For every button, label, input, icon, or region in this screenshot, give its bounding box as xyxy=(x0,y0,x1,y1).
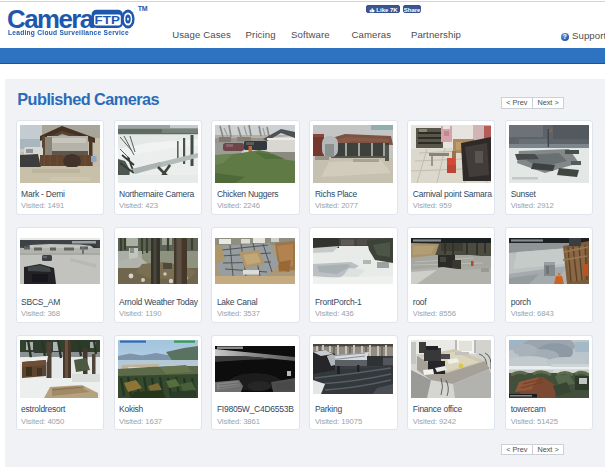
svg-text:FTP: FTP xyxy=(95,14,121,26)
svg-text:TM: TM xyxy=(138,5,148,12)
